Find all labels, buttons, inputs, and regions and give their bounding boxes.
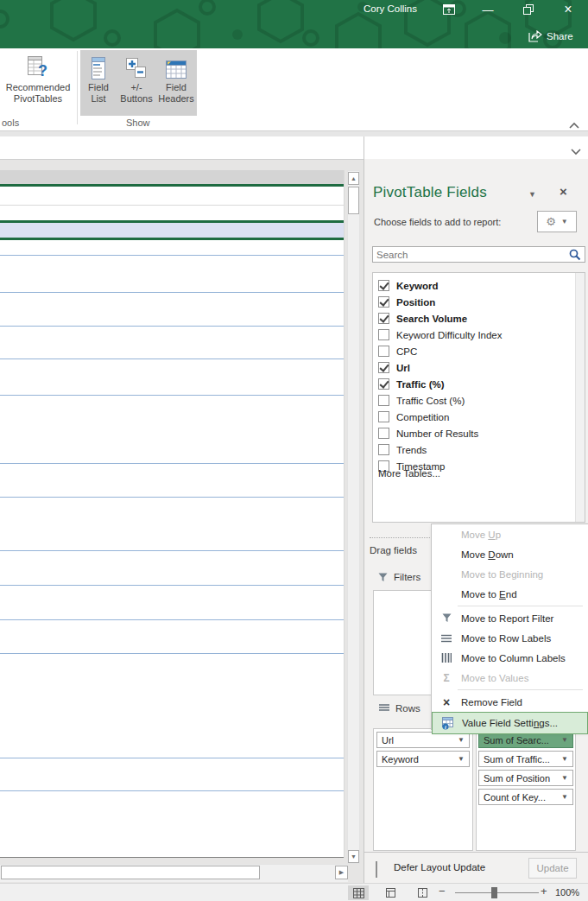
chip-dropdown-icon[interactable]: ▼ [458, 736, 465, 744]
menu-item-move-up: Move Up [432, 524, 588, 544]
worksheet-grid[interactable] [0, 170, 345, 858]
field-chip-keyword[interactable]: Keyword▼ [376, 751, 470, 767]
vertical-scrollbar-thumb[interactable] [348, 187, 359, 214]
scroll-down-button[interactable]: ▼ [348, 850, 359, 863]
vertical-scrollbar[interactable] [347, 170, 360, 864]
chip-label: Sum of Position [484, 773, 550, 784]
share-button[interactable]: Share [528, 30, 573, 42]
zoom-out-icon[interactable]: − [439, 885, 446, 898]
account-name[interactable]: Cory Collins [364, 3, 417, 14]
field-item-number-of-results[interactable]: Number of Results [378, 425, 478, 441]
recommended-pivottables-button[interactable]: ? Recommended PivotTables [0, 54, 76, 105]
menu-item-label: Move Up [461, 530, 501, 540]
menu-item-move-to-row-labels[interactable]: Move to Row Labels [432, 628, 588, 648]
menu-item-move-down[interactable]: Move Down [432, 544, 588, 564]
field-chip-count-of-key-[interactable]: Count of Key...▼ [478, 789, 573, 805]
field-checkbox[interactable] [378, 296, 389, 308]
field-checkbox[interactable] [378, 313, 389, 324]
horizontal-scrollbar-thumb[interactable] [1, 866, 260, 879]
field-checkbox[interactable] [378, 444, 389, 455]
field-checkbox[interactable] [378, 346, 389, 357]
field-list-scrollbar[interactable] [575, 273, 585, 522]
chip-dropdown-icon[interactable]: ▼ [561, 793, 568, 801]
ribbon: ? Recommended PivotTables Field List [0, 48, 588, 131]
pane-options-caret-icon[interactable]: ▼ [528, 190, 536, 199]
field-checkbox[interactable] [378, 362, 389, 373]
field-item-traffic-[interactable]: Traffic (%) [378, 376, 445, 392]
zoom-slider-thumb[interactable] [491, 887, 497, 898]
search-icon[interactable] [569, 249, 581, 261]
chip-dropdown-icon[interactable]: ▼ [458, 755, 465, 763]
plus-minus-buttons-toggle[interactable]: +/- Buttons [116, 54, 157, 105]
field-checkbox[interactable] [378, 378, 389, 390]
normal-view-icon [353, 888, 364, 898]
ribbon-display-options-button[interactable] [436, 2, 462, 17]
values-drop-area[interactable]: Sum of Searc...▼Sum of Traffic...▼Sum of… [476, 728, 576, 851]
menu-item-value-field-settings[interactable]: iValue Field Settings... [432, 712, 588, 734]
pivot-row-divider [0, 790, 344, 791]
search-input[interactable] [373, 250, 569, 260]
search-box[interactable] [372, 246, 585, 263]
menu-item-remove-field[interactable]: ×Remove Field [432, 692, 588, 712]
field-checkbox[interactable] [378, 411, 389, 422]
field-item-keyword[interactable]: Keyword [378, 277, 439, 294]
pivot-row-divider [0, 292, 344, 293]
field-checkbox[interactable] [378, 428, 389, 439]
field-list-toggle-button[interactable]: Field List [82, 54, 115, 105]
field-headers-label-1: Field [166, 82, 187, 93]
field-item-traffic-cost-[interactable]: Traffic Cost (%) [378, 392, 465, 409]
more-tables-link[interactable]: More Tables... [378, 468, 440, 479]
choose-fields-label: Choose fields to add to report: [374, 217, 501, 227]
menu-item-move-to-report-filter[interactable]: Move to Report Filter [432, 608, 588, 628]
scroll-up-icon: ▲ [351, 175, 357, 181]
field-checkbox[interactable] [378, 280, 389, 291]
zoom-level[interactable]: 100% [555, 887, 579, 898]
field-list-options-button[interactable]: ⚙ ▼ [537, 211, 577, 232]
recommended-pivottables-label-1: Recommended [6, 82, 71, 93]
field-item-position[interactable]: Position [378, 294, 435, 310]
field-item-url[interactable]: Url [378, 359, 410, 376]
field-context-menu: Move UpMove DownMove to BeginningMove to… [431, 523, 588, 730]
field-label: Traffic Cost (%) [396, 396, 465, 406]
minimize-button[interactable]: — [475, 2, 501, 17]
field-item-search-volume[interactable]: Search Volume [378, 310, 467, 327]
field-chip-sum-of-traffic-[interactable]: Sum of Traffic...▼ [478, 751, 573, 767]
field-label: Number of Results [396, 428, 478, 439]
minimize-icon: — [483, 3, 494, 16]
scroll-right-button[interactable]: ▶ [335, 866, 348, 879]
page-layout-view-button[interactable] [380, 885, 401, 900]
restore-button[interactable] [515, 2, 541, 17]
field-item-trends[interactable]: Trends [378, 441, 427, 458]
field-headers-label-2: Headers [158, 93, 194, 105]
menu-item-move-to-end[interactable]: Move to End [432, 584, 588, 604]
chip-dropdown-icon[interactable]: ▼ [561, 755, 568, 763]
normal-view-button[interactable] [348, 885, 369, 900]
scroll-down-icon: ▼ [351, 853, 357, 860]
field-headers-toggle-button[interactable]: Field Headers [156, 54, 196, 105]
field-item-competition[interactable]: Competition [378, 409, 449, 425]
field-checkbox[interactable] [378, 395, 389, 406]
expand-formula-bar-button[interactable] [570, 143, 582, 159]
page-break-preview-button[interactable] [412, 885, 433, 900]
pivot-border-green [0, 184, 344, 187]
field-chip-sum-of-position[interactable]: Sum of Position▼ [478, 770, 573, 786]
close-button[interactable]: × [555, 2, 581, 17]
pivot-row-divider [0, 653, 344, 654]
pivot-row-divider [0, 585, 344, 586]
collapse-ribbon-icon [568, 122, 580, 130]
menu-item-label: Move to Row Labels [461, 633, 551, 644]
menu-item-move-to-column-labels[interactable]: Move to Column Labels [432, 648, 588, 668]
scroll-up-button[interactable]: ▲ [348, 172, 359, 185]
column-header-band[interactable] [0, 170, 344, 184]
chip-dropdown-icon[interactable]: ▼ [561, 774, 568, 782]
field-item-cpc[interactable]: CPC [378, 343, 417, 359]
rows-drop-area[interactable]: Url▼Keyword▼ [373, 728, 473, 851]
pane-close-icon[interactable]: × [560, 184, 567, 199]
defer-layout-checkbox[interactable] [376, 862, 377, 878]
chip-dropdown-icon[interactable]: ▼ [561, 736, 568, 744]
zoom-in-icon[interactable]: + [541, 885, 547, 898]
field-item-keyword-difficulty-index[interactable]: Keyword Difficulty Index [378, 327, 503, 343]
field-checkbox[interactable] [378, 329, 389, 340]
update-button[interactable]: Update [528, 858, 577, 879]
formula-bar[interactable] [0, 136, 588, 160]
